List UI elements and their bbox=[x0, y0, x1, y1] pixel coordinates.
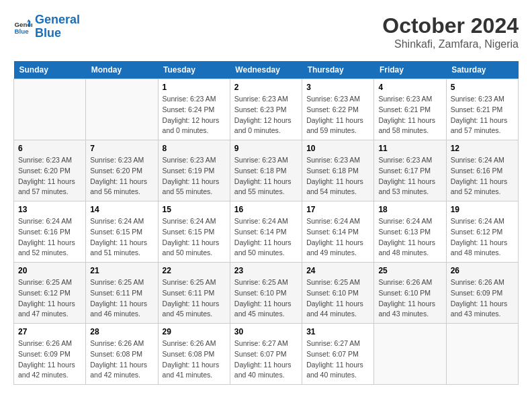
day-info: Sunrise: 6:23 AMSunset: 6:24 PMDaylight:… bbox=[163, 94, 226, 136]
calendar-week-1: 1Sunrise: 6:23 AMSunset: 6:24 PMDaylight… bbox=[14, 79, 519, 140]
col-wednesday: Wednesday bbox=[230, 61, 302, 79]
day-number: 25 bbox=[378, 266, 441, 275]
calendar-week-2: 6Sunrise: 6:23 AMSunset: 6:20 PMDaylight… bbox=[14, 140, 519, 201]
table-row bbox=[374, 324, 446, 385]
day-info: Sunrise: 6:26 AMSunset: 6:09 PMDaylight:… bbox=[18, 338, 81, 381]
day-number: 1 bbox=[163, 83, 226, 92]
day-info: Sunrise: 6:23 AMSunset: 6:20 PMDaylight:… bbox=[18, 155, 81, 197]
calendar-week-5: 27Sunrise: 6:26 AMSunset: 6:09 PMDayligh… bbox=[14, 324, 519, 385]
day-info: Sunrise: 6:26 AMSunset: 6:08 PMDaylight:… bbox=[90, 338, 153, 381]
table-row: 22Sunrise: 6:25 AMSunset: 6:11 PMDayligh… bbox=[158, 263, 230, 324]
day-number: 6 bbox=[18, 144, 81, 153]
day-info: Sunrise: 6:23 AMSunset: 6:23 PMDaylight:… bbox=[234, 94, 298, 136]
day-info: Sunrise: 6:24 AMSunset: 6:15 PMDaylight:… bbox=[163, 216, 226, 259]
day-number: 24 bbox=[306, 266, 369, 275]
day-number: 11 bbox=[378, 144, 441, 153]
day-info: Sunrise: 6:25 AMSunset: 6:12 PMDaylight:… bbox=[18, 277, 81, 320]
day-number: 4 bbox=[378, 83, 441, 92]
table-row: 26Sunrise: 6:26 AMSunset: 6:09 PMDayligh… bbox=[446, 263, 518, 324]
day-info: Sunrise: 6:25 AMSunset: 6:10 PMDaylight:… bbox=[306, 277, 369, 320]
day-number: 27 bbox=[18, 327, 81, 336]
day-number: 15 bbox=[163, 205, 226, 214]
table-row bbox=[14, 79, 86, 140]
table-row: 10Sunrise: 6:23 AMSunset: 6:18 PMDayligh… bbox=[302, 140, 374, 201]
table-row: 25Sunrise: 6:26 AMSunset: 6:10 PMDayligh… bbox=[374, 263, 446, 324]
day-info: Sunrise: 6:25 AMSunset: 6:11 PMDaylight:… bbox=[163, 277, 226, 320]
col-thursday: Thursday bbox=[302, 61, 374, 79]
table-row: 19Sunrise: 6:24 AMSunset: 6:12 PMDayligh… bbox=[446, 201, 518, 263]
day-info: Sunrise: 6:24 AMSunset: 6:13 PMDaylight:… bbox=[378, 216, 441, 259]
day-info: Sunrise: 6:25 AMSunset: 6:11 PMDaylight:… bbox=[90, 277, 153, 320]
day-info: Sunrise: 6:24 AMSunset: 6:14 PMDaylight:… bbox=[234, 216, 298, 259]
col-monday: Monday bbox=[86, 61, 158, 79]
logo-line2: Blue bbox=[35, 26, 61, 40]
logo-icon: General Blue bbox=[13, 17, 32, 36]
day-info: Sunrise: 6:27 AMSunset: 6:07 PMDaylight:… bbox=[306, 338, 369, 381]
day-number: 31 bbox=[306, 327, 369, 336]
table-row: 31Sunrise: 6:27 AMSunset: 6:07 PMDayligh… bbox=[302, 324, 374, 385]
table-row: 30Sunrise: 6:27 AMSunset: 6:07 PMDayligh… bbox=[230, 324, 302, 385]
col-tuesday: Tuesday bbox=[158, 61, 230, 79]
table-row: 1Sunrise: 6:23 AMSunset: 6:24 PMDaylight… bbox=[158, 79, 230, 140]
day-number: 17 bbox=[306, 205, 369, 214]
title-block: October 2024 Shinkafi, Zamfara, Nigeria bbox=[382, 13, 519, 50]
day-number: 9 bbox=[234, 144, 298, 153]
table-row: 12Sunrise: 6:24 AMSunset: 6:16 PMDayligh… bbox=[446, 140, 518, 201]
table-row: 4Sunrise: 6:23 AMSunset: 6:21 PMDaylight… bbox=[374, 79, 446, 140]
calendar-week-3: 13Sunrise: 6:24 AMSunset: 6:16 PMDayligh… bbox=[14, 201, 519, 263]
table-row: 20Sunrise: 6:25 AMSunset: 6:12 PMDayligh… bbox=[14, 263, 86, 324]
day-number: 16 bbox=[234, 205, 298, 214]
day-info: Sunrise: 6:23 AMSunset: 6:21 PMDaylight:… bbox=[451, 94, 514, 136]
logo: General Blue General Blue bbox=[13, 13, 80, 40]
day-number: 8 bbox=[163, 144, 226, 153]
table-row: 17Sunrise: 6:24 AMSunset: 6:14 PMDayligh… bbox=[302, 201, 374, 263]
day-info: Sunrise: 6:23 AMSunset: 6:20 PMDaylight:… bbox=[90, 155, 153, 197]
day-number: 5 bbox=[451, 83, 514, 92]
logo-line1: General bbox=[35, 13, 80, 26]
day-number: 20 bbox=[18, 266, 81, 275]
day-number: 3 bbox=[306, 83, 369, 92]
day-number: 26 bbox=[451, 266, 514, 275]
day-number: 22 bbox=[163, 266, 226, 275]
table-row: 7Sunrise: 6:23 AMSunset: 6:20 PMDaylight… bbox=[86, 140, 158, 201]
table-row: 27Sunrise: 6:26 AMSunset: 6:09 PMDayligh… bbox=[14, 324, 86, 385]
day-number: 30 bbox=[234, 327, 298, 336]
table-row: 28Sunrise: 6:26 AMSunset: 6:08 PMDayligh… bbox=[86, 324, 158, 385]
day-number: 2 bbox=[234, 83, 298, 92]
table-row: 16Sunrise: 6:24 AMSunset: 6:14 PMDayligh… bbox=[230, 201, 302, 263]
day-info: Sunrise: 6:23 AMSunset: 6:18 PMDaylight:… bbox=[306, 155, 369, 197]
table-row: 5Sunrise: 6:23 AMSunset: 6:21 PMDaylight… bbox=[446, 79, 518, 140]
day-info: Sunrise: 6:24 AMSunset: 6:15 PMDaylight:… bbox=[90, 216, 153, 259]
day-number: 13 bbox=[18, 205, 81, 214]
day-info: Sunrise: 6:27 AMSunset: 6:07 PMDaylight:… bbox=[234, 338, 298, 381]
day-info: Sunrise: 6:24 AMSunset: 6:12 PMDaylight:… bbox=[451, 216, 514, 259]
table-row: 6Sunrise: 6:23 AMSunset: 6:20 PMDaylight… bbox=[14, 140, 86, 201]
table-row bbox=[86, 79, 158, 140]
day-number: 10 bbox=[306, 144, 369, 153]
table-row: 3Sunrise: 6:23 AMSunset: 6:22 PMDaylight… bbox=[302, 79, 374, 140]
day-info: Sunrise: 6:26 AMSunset: 6:08 PMDaylight:… bbox=[163, 338, 226, 381]
col-friday: Friday bbox=[374, 61, 446, 79]
day-number: 14 bbox=[90, 205, 153, 214]
day-number: 18 bbox=[378, 205, 441, 214]
day-number: 23 bbox=[234, 266, 298, 275]
calendar-table: Sunday Monday Tuesday Wednesday Thursday… bbox=[13, 61, 519, 385]
svg-text:Blue: Blue bbox=[14, 28, 29, 35]
calendar-week-4: 20Sunrise: 6:25 AMSunset: 6:12 PMDayligh… bbox=[14, 263, 519, 324]
day-number: 12 bbox=[451, 144, 514, 153]
day-number: 7 bbox=[90, 144, 153, 153]
calendar-subtitle: Shinkafi, Zamfara, Nigeria bbox=[382, 38, 519, 50]
day-number: 19 bbox=[451, 205, 514, 214]
table-row: 18Sunrise: 6:24 AMSunset: 6:13 PMDayligh… bbox=[374, 201, 446, 263]
table-row: 29Sunrise: 6:26 AMSunset: 6:08 PMDayligh… bbox=[158, 324, 230, 385]
day-info: Sunrise: 6:26 AMSunset: 6:09 PMDaylight:… bbox=[451, 277, 514, 320]
day-number: 29 bbox=[163, 327, 226, 336]
page-header: General Blue General Blue October 2024 S… bbox=[13, 13, 519, 50]
col-saturday: Saturday bbox=[446, 61, 518, 79]
table-row: 8Sunrise: 6:23 AMSunset: 6:19 PMDaylight… bbox=[158, 140, 230, 201]
day-info: Sunrise: 6:23 AMSunset: 6:18 PMDaylight:… bbox=[234, 155, 298, 197]
table-row: 2Sunrise: 6:23 AMSunset: 6:23 PMDaylight… bbox=[230, 79, 302, 140]
day-info: Sunrise: 6:23 AMSunset: 6:19 PMDaylight:… bbox=[163, 155, 226, 197]
table-row: 23Sunrise: 6:25 AMSunset: 6:10 PMDayligh… bbox=[230, 263, 302, 324]
table-row: 15Sunrise: 6:24 AMSunset: 6:15 PMDayligh… bbox=[158, 201, 230, 263]
